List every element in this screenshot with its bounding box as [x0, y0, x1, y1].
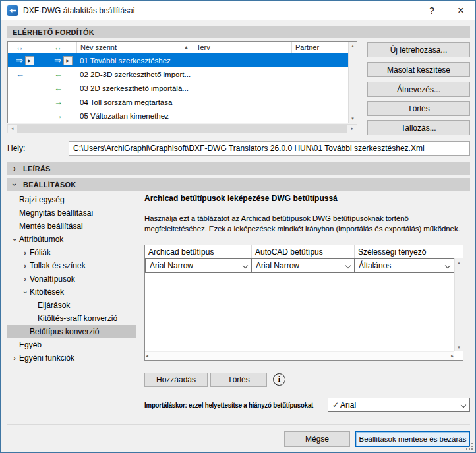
- missing-font-select[interactable]: ✓ Arial: [328, 398, 470, 412]
- duplicate-translator-button[interactable]: Másolat készítése: [367, 62, 470, 77]
- open-direction-icon: ↔: [54, 43, 62, 52]
- open-arrow-icon: →: [54, 98, 63, 106]
- close-button[interactable]: ×: [446, 1, 475, 20]
- scroll-up-icon[interactable]: ▲: [455, 258, 463, 267]
- partner-cell: [291, 95, 348, 109]
- scroll-left-icon[interactable]: ◄: [8, 125, 16, 133]
- chevron-right-icon[interactable]: ›: [20, 276, 30, 283]
- plan-cell: [193, 53, 291, 67]
- translator-row-03[interactable]: ← 03 2D szerkeszthető importálá...: [8, 81, 348, 95]
- cancel-button[interactable]: Mégse: [284, 431, 350, 447]
- horizontal-scroll-thumb[interactable]: [17, 125, 347, 133]
- translator-row-02[interactable]: ← ← 02 2D-3D szerkeszthető import...: [8, 67, 348, 81]
- tree-item-label: Eljárások: [38, 301, 70, 310]
- delete-translator-button[interactable]: Törlés: [367, 101, 470, 116]
- scroll-down-icon[interactable]: ▼: [349, 114, 357, 123]
- scroll-down-icon[interactable]: ▼: [455, 343, 463, 351]
- info-button[interactable]: i: [273, 373, 285, 386]
- translator-list-horizontal-scrollbar[interactable]: ◄ ►: [7, 124, 357, 133]
- grip-dot: [471, 446, 473, 447]
- chevron-right-icon[interactable]: ›: [20, 249, 30, 257]
- open-direction-cell: →: [42, 95, 76, 109]
- scroll-right-icon[interactable]: ►: [450, 352, 454, 361]
- width-factor-select[interactable]: Általános: [354, 258, 454, 273]
- column-header-open-direction[interactable]: ↔: [42, 42, 76, 53]
- translator-name: 02 2D-3D szerkeszthető import...: [76, 67, 193, 81]
- autocad-font-value: Arial Narrow: [256, 261, 299, 270]
- open-options-flyout-button[interactable]: ▶: [63, 56, 73, 65]
- tree-item-label: Egyéb: [19, 340, 42, 349]
- chevron-down-icon[interactable]: ›: [11, 235, 18, 244]
- save-direction-cell: [8, 109, 42, 123]
- translator-list-body: ↔ ↔ Név szerint ▲ Terv Partner ⇒: [8, 42, 348, 123]
- missing-font-label: Importáláskor: ezzel helyettesítse a hiá…: [144, 401, 313, 409]
- grip-dot: [469, 446, 470, 447]
- browse-translator-button[interactable]: Tallózás...: [367, 120, 470, 135]
- available-translators-header: ELÉRHETŐ FORDÍTÓK: [7, 26, 470, 38]
- tree-item-egyeni-funkciok[interactable]: › Egyéni funkciók: [7, 351, 136, 365]
- translator-row-01[interactable]: ⇒ ▶ ⇒ ▶ 01 További szerkesztéshez: [8, 53, 348, 67]
- tree-item-kitoltes-sraff-konverzio[interactable]: Kitöltés-sraff konverzió: [7, 312, 136, 325]
- grip-dot: [471, 443, 473, 444]
- autocad-font-select[interactable]: Arial Narrow: [251, 258, 355, 273]
- translator-row-05[interactable]: → 05 Változatlan kimenethez: [8, 109, 348, 123]
- dxf-dwg-conversion-settings-dialog: DXF-DWG átalakítás beállításai ? × ELÉRH…: [0, 0, 476, 453]
- chevron-down-icon[interactable]: ›: [22, 287, 29, 297]
- partner-cell: [291, 81, 348, 95]
- tree-item-eljarasok[interactable]: Eljárások: [7, 299, 136, 312]
- translator-row-04[interactable]: → 04 Toll sorszám megtartása: [8, 95, 348, 109]
- font-table-horizontal-scrollbar[interactable]: ◄ ►: [145, 351, 454, 360]
- column-header-save-direction[interactable]: ↔: [8, 42, 42, 53]
- tree-item-betutipus-konverzio[interactable]: Betűtípus konverzió: [7, 325, 136, 338]
- partner-cell: [291, 67, 348, 81]
- settings-tree: Rajzi egység Megnyitás beállításai Menté…: [7, 193, 136, 365]
- scroll-left-icon[interactable]: ◄: [145, 352, 149, 361]
- chevron-right-icon[interactable]: ›: [10, 355, 19, 362]
- delete-font-mapping-button[interactable]: Törlés: [210, 373, 267, 387]
- rename-translator-button[interactable]: Átnevezés...: [367, 82, 470, 97]
- translator-name: 01 További szerkesztéshez: [76, 53, 193, 67]
- chevron-right-icon[interactable]: ›: [20, 262, 30, 270]
- new-translator-button[interactable]: Új létrehozása...: [367, 42, 470, 57]
- column-header-name-label: Név szerint: [80, 44, 117, 51]
- tree-item-tollak-es-szinek[interactable]: › Tollak és színek: [7, 259, 136, 272]
- column-header-width-factor[interactable]: Szélességi tényező: [355, 245, 454, 258]
- resize-grip[interactable]: [465, 442, 473, 450]
- tree-item-mentes-beallitasai[interactable]: Mentés beállításai: [7, 220, 136, 233]
- tree-item-megnyitas-beallitasai[interactable]: Megnyitás beállításai: [7, 206, 136, 220]
- translator-list-vertical-scrollbar[interactable]: ▲ ▼: [348, 42, 357, 123]
- tree-item-label: Vonaltípusok: [30, 274, 75, 284]
- column-header-plan[interactable]: Terv: [193, 42, 291, 53]
- translator-path-field[interactable]: C:\Users\ArchiGraphi\Graphisoft\DXF-DWG …: [69, 141, 470, 156]
- archicad-font-select[interactable]: Arial Narrow: [145, 258, 252, 273]
- chevron-down-icon: [243, 263, 248, 268]
- add-font-mapping-button[interactable]: Hozzáadás: [144, 373, 208, 387]
- help-button[interactable]: ?: [417, 1, 446, 20]
- tree-item-rajzi-egyseg[interactable]: Rajzi egység: [7, 193, 136, 206]
- translator-name: 05 Változatlan kimenethez: [76, 109, 193, 123]
- save-and-close-button[interactable]: Beállítások mentése és bezárás: [355, 431, 470, 447]
- missing-font-value: Arial: [340, 400, 356, 409]
- settings-section-header[interactable]: › BEÁLLÍTÁSOK: [7, 178, 470, 191]
- tree-item-vonaltipusok[interactable]: › Vonaltípusok: [7, 272, 136, 286]
- scroll-up-icon[interactable]: ▲: [349, 42, 357, 50]
- tree-item-attributumok[interactable]: › Attribútumok: [7, 233, 136, 246]
- window-title: DXF-DWG átalakítás beállításai: [23, 6, 134, 15]
- tree-item-label: Rajzi egység: [19, 195, 65, 204]
- font-table-vertical-scrollbar[interactable]: ▲ ▼: [454, 258, 463, 351]
- column-header-name[interactable]: Név szerint ▲: [76, 42, 193, 53]
- open-direction-cell: →: [42, 109, 76, 123]
- tree-item-kitoltesek[interactable]: › Kitöltések: [7, 286, 136, 299]
- open-arrow-icon: →: [54, 111, 63, 120]
- tree-item-label: Kitöltések: [30, 287, 64, 297]
- tree-item-egyeb[interactable]: Egyéb: [7, 338, 136, 351]
- column-header-partner[interactable]: Partner: [291, 42, 348, 53]
- column-header-autocad-font[interactable]: AutoCAD betűtípus: [252, 245, 355, 258]
- tree-item-foliak[interactable]: › Fóliák: [7, 246, 136, 259]
- column-header-archicad-font[interactable]: Archicad betűtípus: [145, 245, 252, 258]
- grip-dot: [469, 448, 470, 450]
- description-section-header[interactable]: › LEÍRÁS: [7, 162, 470, 175]
- titlebar: DXF-DWG átalakítás beállításai ? ×: [1, 1, 475, 20]
- scroll-right-icon[interactable]: ►: [348, 125, 357, 133]
- save-options-flyout-button[interactable]: ▶: [25, 56, 34, 65]
